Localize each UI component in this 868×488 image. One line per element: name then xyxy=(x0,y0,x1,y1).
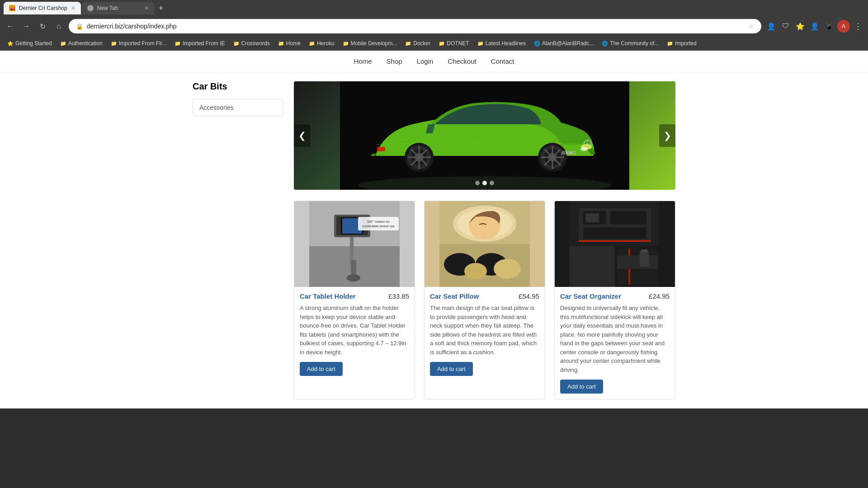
tab-title: Dernier Cri Carshop xyxy=(19,5,67,11)
nav-contact[interactable]: Contact xyxy=(491,57,514,65)
svg-rect-54 xyxy=(585,213,599,222)
bookmark-docker[interactable]: Docker xyxy=(401,39,434,48)
bookmark-imported[interactable]: Imported xyxy=(663,39,700,48)
star-icon[interactable]: ☆ xyxy=(748,23,754,30)
svg-rect-53 xyxy=(579,240,651,242)
tab2-favicon xyxy=(87,5,94,11)
svg-text:360° rotation for: 360° rotation for xyxy=(367,220,390,223)
bookmark-folder-icon xyxy=(175,40,181,47)
bookmark-folder-icon xyxy=(667,40,673,47)
bookmark-imported-from-ie[interactable]: Imported From IE xyxy=(171,39,228,48)
tab-favicon: 🚗 xyxy=(9,5,15,11)
tab-active[interactable]: 🚗 Dernier Cri Carshop ✕ xyxy=(4,2,81,14)
address-bar[interactable]: 🔒 derniercri.biz/carshop/index.php ☆ xyxy=(69,19,761,33)
bookmark-alanb[interactable]: AlanB@AlanBRadc... xyxy=(530,39,597,48)
bookmark-label: Mobile Developm... xyxy=(351,40,397,47)
bookmark-latest-headlines[interactable]: Latest Headlines xyxy=(474,39,529,48)
home-button[interactable]: ⌂ xyxy=(52,20,65,33)
svg-rect-65 xyxy=(617,255,658,269)
menu-icon[interactable]: ⋮ xyxy=(852,20,864,33)
carousel-next-button[interactable]: ❯ xyxy=(659,124,675,147)
bookmark-folder-icon xyxy=(405,40,411,47)
bookmark-folder-icon xyxy=(477,40,484,47)
page-content: Home Shop Login Checkout Contact Car Bit… xyxy=(0,51,868,408)
bookmark-heroku[interactable]: Heroku xyxy=(305,39,338,48)
tab2-close-button[interactable]: ✕ xyxy=(144,5,149,11)
product-header: Car Seat Pillow £54.95 xyxy=(430,292,539,300)
svg-text:///AMG: ///AMG xyxy=(561,150,576,155)
product-card-seat-pillow: Car Seat Pillow £54.95 The main design o… xyxy=(424,201,545,399)
carousel: ///AMG ❮ ❯ xyxy=(294,81,675,190)
extensions-icon[interactable]: 👤 xyxy=(765,20,778,33)
back-button[interactable]: ← xyxy=(4,20,16,33)
carousel-image: ///AMG xyxy=(294,81,675,190)
url-text: derniercri.biz/carshop/index.php xyxy=(87,23,745,30)
bookmark-web-icon xyxy=(534,40,540,47)
svg-point-46 xyxy=(494,259,521,279)
product-header: Car Seat Organizer £24.95 xyxy=(560,292,670,300)
tab2-title: New Tab xyxy=(97,5,141,11)
bookmark-folder-icon xyxy=(343,40,349,47)
product-name-tablet-holder[interactable]: Car Tablet Holder xyxy=(300,292,356,300)
add-to-cart-seat-organizer[interactable]: Add to cart xyxy=(560,380,603,394)
svg-point-45 xyxy=(464,263,487,279)
nav-login[interactable]: Login xyxy=(417,57,434,65)
bookmark-home[interactable]: Home xyxy=(274,39,304,48)
bookmark-label: The Community of... xyxy=(610,40,659,47)
site-nav: Home Shop Login Checkout Contact xyxy=(0,51,868,72)
carousel-dot-1[interactable] xyxy=(475,181,480,185)
nav-shop[interactable]: Shop xyxy=(387,57,402,65)
main-content: ///AMG ❮ ❯ xyxy=(294,81,675,399)
products-grid: 360° rotation for comfortable device use… xyxy=(294,201,675,399)
bookmark-folder-icon xyxy=(60,40,66,47)
address-bar-icons: ☆ xyxy=(748,23,754,30)
add-to-cart-tablet-holder[interactable]: Add to cart xyxy=(300,362,343,376)
bookmark-label: DOTNET xyxy=(447,40,469,47)
bookmark-folder-icon xyxy=(439,40,445,47)
forward-button[interactable]: → xyxy=(20,20,33,33)
product-info-seat-organizer: Car Seat Organizer £24.95 Designed to un… xyxy=(555,287,675,399)
bookmark-label: Home xyxy=(286,40,301,47)
shield-icon[interactable]: 🛡 xyxy=(779,20,792,33)
bookmark-community[interactable]: The Community of... xyxy=(598,39,662,48)
carousel-dot-2[interactable] xyxy=(482,181,487,185)
product-desc-seat-organizer: Designed to universally fit any vehicle,… xyxy=(560,304,670,374)
profile-icon[interactable]: 👤 xyxy=(808,20,821,33)
bookmark-star-icon[interactable]: ⭐ xyxy=(794,20,807,33)
bookmark-label: Imported From Fir... xyxy=(119,40,166,47)
svg-text:comfortable device use: comfortable device use xyxy=(362,225,395,228)
carousel-dots xyxy=(475,181,494,185)
tablet-icon[interactable]: 📱 xyxy=(823,20,835,33)
carousel-dot-3[interactable] xyxy=(490,181,494,185)
bookmark-mobile-dev[interactable]: Mobile Developm... xyxy=(339,39,401,48)
svg-point-37 xyxy=(347,274,360,282)
new-tab-button[interactable]: + xyxy=(155,4,167,13)
carousel-prev-button[interactable]: ❮ xyxy=(294,124,310,147)
bookmark-folder-icon xyxy=(233,40,240,47)
bookmark-imported-from-fir[interactable]: Imported From Fir... xyxy=(107,39,170,48)
main-layout: Car Bits Accessories xyxy=(185,72,683,408)
bookmark-dotnet[interactable]: DOTNET xyxy=(435,39,472,48)
bookmark-label: Authentication xyxy=(68,40,103,47)
product-name-seat-organizer[interactable]: Car Seat Organizer xyxy=(560,292,621,300)
svg-point-3 xyxy=(580,147,588,151)
tab-close-button[interactable]: ✕ xyxy=(71,5,75,11)
reload-button[interactable]: ↻ xyxy=(36,20,49,33)
tab-inactive[interactable]: New Tab ✕ xyxy=(82,2,154,14)
user-avatar[interactable]: A xyxy=(837,20,850,33)
product-desc-seat-pillow: The main design of the car seat pillow i… xyxy=(430,304,539,357)
bookmark-getting-started[interactable]: Getting Started xyxy=(4,39,56,48)
bookmark-folder-icon xyxy=(278,40,284,47)
nav-home[interactable]: Home xyxy=(354,57,372,65)
svg-rect-4 xyxy=(377,147,385,151)
product-info-seat-pillow: Car Seat Pillow £54.95 The main design o… xyxy=(425,287,545,381)
bookmark-authentication[interactable]: Authentication xyxy=(57,39,106,48)
bookmark-crosswords[interactable]: Crosswords xyxy=(230,39,274,48)
nav-checkout[interactable]: Checkout xyxy=(448,57,476,65)
svg-rect-67 xyxy=(641,249,647,252)
lock-icon: 🔒 xyxy=(76,23,83,30)
product-name-seat-pillow[interactable]: Car Seat Pillow xyxy=(430,292,479,300)
sidebar-item-accessories[interactable]: Accessories xyxy=(193,99,283,116)
add-to-cart-seat-pillow[interactable]: Add to cart xyxy=(430,362,473,376)
bookmark-label: Imported xyxy=(675,40,696,47)
